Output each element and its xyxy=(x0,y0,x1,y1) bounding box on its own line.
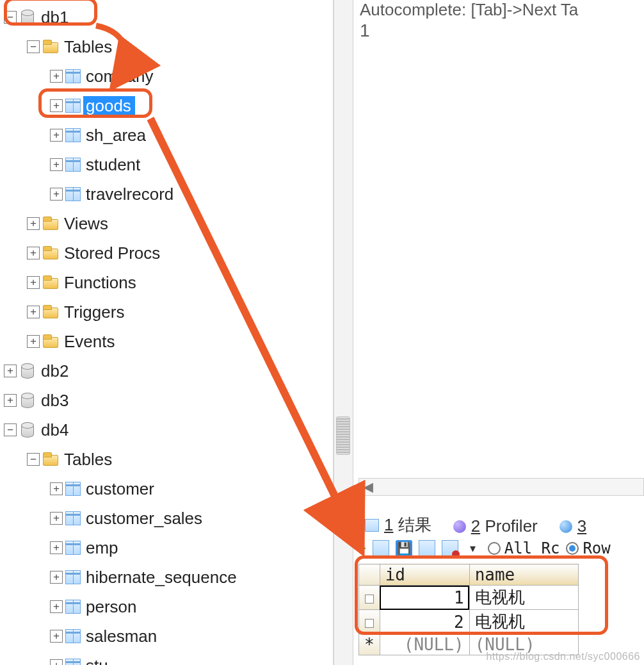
expand-toggle-icon[interactable]: + xyxy=(27,276,40,289)
expand-toggle-icon[interactable]: + xyxy=(27,217,40,230)
tree-node-table[interactable]: + company xyxy=(1,62,332,91)
expand-toggle-icon[interactable]: + xyxy=(50,659,63,665)
tree-node-db3[interactable]: + db3 xyxy=(1,386,332,415)
rows-range-radio[interactable]: Row xyxy=(566,539,610,557)
expand-toggle-icon[interactable]: + xyxy=(4,365,17,377)
expand-toggle-icon[interactable]: − xyxy=(27,453,40,466)
expand-toggle-icon[interactable]: + xyxy=(50,571,63,584)
tree-label: Tables xyxy=(61,450,116,470)
data-row[interactable]: 2 电视机 xyxy=(359,610,579,634)
cell-name[interactable]: 电视机 xyxy=(469,610,578,634)
grid-icon[interactable] xyxy=(373,540,389,557)
tree-node-table-goods[interactable]: + goods xyxy=(1,91,332,120)
result-grid[interactable]: id name 1 电视机 2 电视机 * (NULL) (NULL) xyxy=(358,564,644,655)
save-icon[interactable]: 💾 xyxy=(396,540,412,557)
tree-node-db2[interactable]: + db2 xyxy=(1,356,332,386)
radio-icon[interactable] xyxy=(566,542,579,555)
tree-node-functions[interactable]: + Functions xyxy=(1,268,332,297)
profiler-icon xyxy=(453,520,466,533)
table-icon xyxy=(65,158,81,172)
cell-id[interactable]: 2 xyxy=(380,610,469,634)
result-tabs: + 1 结果 2 Profiler 3 xyxy=(358,511,644,539)
expand-toggle-icon[interactable]: + xyxy=(50,482,63,495)
horizontal-scrollbar[interactable]: ◄ xyxy=(358,478,644,496)
expand-toggle-icon[interactable]: − xyxy=(27,40,40,53)
tree-node-table[interactable]: + stu xyxy=(1,651,332,665)
delete-grid-icon[interactable] xyxy=(442,540,458,557)
expand-toggle-icon[interactable]: − xyxy=(4,423,17,436)
table-icon xyxy=(65,600,81,614)
tree-node-db4[interactable]: − db4 xyxy=(1,415,332,445)
tree-node-procs[interactable]: + Stored Procs xyxy=(1,238,332,268)
table-icon xyxy=(65,570,81,584)
expand-toggle-icon[interactable]: + xyxy=(27,247,40,259)
tree-label: db1 xyxy=(38,8,72,28)
filter-icon[interactable]: ▾ xyxy=(465,540,481,557)
table-icon xyxy=(65,187,81,201)
row-header[interactable] xyxy=(359,586,380,610)
expand-toggle-icon[interactable]: + xyxy=(50,99,63,112)
object-tree[interactable]: − db1 − Tables + company + goods xyxy=(0,0,333,665)
tree-label: emp xyxy=(83,538,122,558)
row-header[interactable] xyxy=(359,610,380,634)
expand-toggle-icon[interactable]: + xyxy=(50,188,63,201)
expand-toggle-icon[interactable]: + xyxy=(50,129,63,142)
tree-node-table[interactable]: + emp xyxy=(1,533,332,562)
expand-toggle-icon[interactable]: + xyxy=(50,630,63,643)
tree-label: salesman xyxy=(83,627,161,646)
data-row[interactable]: 1 电视机 xyxy=(359,586,579,610)
editor-pane: Autocomplete: [Tab]->Next Ta 1 ◄ + 1 结果 … xyxy=(333,0,644,665)
tree-label: db4 xyxy=(38,420,72,440)
tab-third[interactable]: 3 xyxy=(553,514,593,539)
radio-label: Row xyxy=(583,539,610,557)
expand-toggle-icon[interactable]: + xyxy=(4,394,17,407)
expand-toggle-icon[interactable]: + xyxy=(50,600,63,613)
splitter-grip-icon[interactable] xyxy=(336,416,350,455)
tree-node-table[interactable]: + travelrecord xyxy=(1,179,332,209)
folder-icon xyxy=(42,452,59,466)
radio-icon[interactable] xyxy=(488,542,501,555)
cell-name[interactable]: 电视机 xyxy=(469,586,578,610)
scroll-left-icon[interactable]: ◄ xyxy=(359,479,377,495)
tree-node-tables[interactable]: − Tables xyxy=(1,445,332,474)
cell-null[interactable]: (NULL) xyxy=(380,634,469,655)
folder-icon xyxy=(42,40,59,54)
tree-node-table[interactable]: + customer xyxy=(1,474,332,504)
expand-toggle-icon[interactable]: − xyxy=(4,11,17,24)
expand-toggle-icon[interactable]: + xyxy=(50,70,63,83)
tree-node-table[interactable]: + hibernate_sequence xyxy=(1,562,332,592)
expand-toggle-icon[interactable]: + xyxy=(50,512,63,525)
folder-icon xyxy=(42,275,59,290)
row-header[interactable]: * xyxy=(359,634,380,655)
folder-icon xyxy=(42,305,59,319)
plus-icon: + xyxy=(352,515,360,530)
tab-results[interactable]: + 1 结果 xyxy=(358,511,438,539)
all-rows-radio[interactable]: All Rc xyxy=(488,539,560,557)
expand-toggle-icon[interactable]: + xyxy=(50,158,63,171)
tree-node-table[interactable]: + student xyxy=(1,150,332,179)
corner-cell xyxy=(359,564,380,586)
tab-profiler[interactable]: 2 Profiler xyxy=(447,514,544,539)
tree-node-table[interactable]: + person xyxy=(1,592,332,621)
info-icon xyxy=(559,520,572,533)
column-header-name[interactable]: name xyxy=(469,564,578,586)
expand-toggle-icon[interactable]: + xyxy=(27,306,40,318)
cell-id[interactable]: 1 xyxy=(380,586,469,610)
database-icon xyxy=(19,391,36,410)
row-marker-icon xyxy=(365,619,374,628)
column-header-id[interactable]: id xyxy=(380,564,469,586)
tree-node-tables[interactable]: − Tables xyxy=(1,32,332,62)
expand-toggle-icon[interactable]: + xyxy=(50,541,63,554)
tree-node-triggers[interactable]: + Triggers xyxy=(1,297,332,327)
tab-label: Profiler xyxy=(485,516,537,536)
tree-node-table[interactable]: + salesman xyxy=(1,621,332,651)
tree-node-events[interactable]: + Events xyxy=(1,327,332,356)
tree-node-table[interactable]: + customer_sales xyxy=(1,504,332,533)
database-icon xyxy=(19,361,36,381)
tree-node-db1[interactable]: − db1 xyxy=(1,3,332,32)
expand-toggle-icon[interactable]: + xyxy=(27,335,40,348)
tree-node-views[interactable]: + Views xyxy=(1,209,332,238)
editor-gutter xyxy=(334,0,353,665)
grid-icon[interactable] xyxy=(419,540,435,557)
tree-node-table[interactable]: + sh_area xyxy=(1,120,332,150)
